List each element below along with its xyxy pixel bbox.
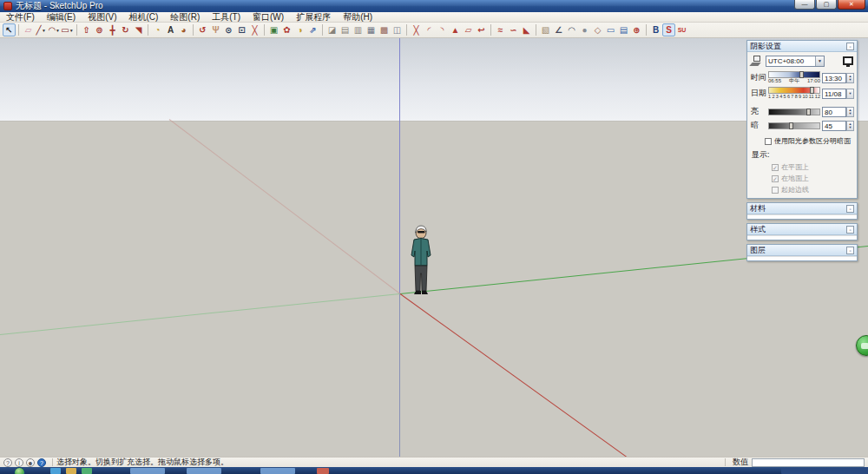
zoom-window-tool-icon[interactable]: ⊡ [235,23,248,36]
expand-icon[interactable]: ▫ [846,226,854,234]
zoom-extents-tool-icon[interactable]: ╳ [248,23,261,36]
date-slider[interactable] [768,87,820,94]
styles-panel-header[interactable]: 样式▫ [747,224,857,235]
status-help-icon[interactable]: ? [37,458,46,467]
checkbox-icon[interactable] [772,187,779,194]
use-sun-checkbox[interactable] [765,138,772,145]
layers-panel-header[interactable]: 图层▫ [747,245,857,256]
maximize-button[interactable]: ▢ [816,0,837,10]
light-slider[interactable] [768,109,820,115]
checkbox-icon[interactable]: ✓ [772,175,779,182]
display-section-planes-icon[interactable]: ▤ [339,23,352,36]
time-value-field[interactable]: 13:30 [822,73,846,83]
two-point-arc-tool-icon[interactable]: ◜ [423,23,436,36]
measurements-input[interactable] [752,458,865,467]
shadow-display-icon[interactable] [843,56,853,65]
plan-view-tool-icon[interactable]: ▭ [604,23,617,36]
light-slider-handle[interactable] [806,109,811,115]
menu-item-2[interactable]: 编辑(E) [41,12,82,23]
bezier-tool-icon[interactable]: ∽ [507,23,520,36]
time-slider[interactable] [768,71,820,78]
sketchup-logo-icon[interactable]: SU [675,23,688,36]
curve-tool-icon[interactable]: ↩ [475,23,488,36]
close-button[interactable]: ✕ [838,0,865,10]
components-window-icon[interactable]: ✿ [280,23,293,36]
toggle-shadows-icon[interactable] [751,55,763,67]
windows-taskbar[interactable] [0,467,868,474]
tape-measure-tool-icon[interactable]: ◔ [151,23,164,36]
menu-item-7[interactable]: 窗口(W) [247,12,290,23]
menu-item-8[interactable]: 扩展程序 [290,12,337,23]
axes-tool-icon[interactable]: ╳ [410,23,423,36]
display-section-cuts-icon[interactable]: ▥ [352,23,365,36]
light-value-field[interactable]: 80 [822,107,846,117]
windows-tool-icon[interactable]: ▤ [617,23,630,36]
freehand-tool-icon[interactable]: ≈ [494,23,507,36]
compass-tool-icon[interactable]: ⊕ [630,23,643,36]
3d-warehouse-icon[interactable]: B [649,23,662,36]
menu-item-3[interactable]: 视图(V) [82,12,122,23]
dimension-tool-icon[interactable]: A [164,23,177,36]
eraser-tool-icon[interactable]: ▱ [22,23,35,36]
materials-panel-header[interactable]: 材料▫ [747,203,857,214]
light-spinner[interactable]: ▲▼ [846,107,854,117]
status-credits-icon[interactable]: i [15,458,23,467]
paint-bucket-tool-icon[interactable]: ◕ [177,23,190,36]
three-point-arc-tool-icon[interactable]: ◝ [436,23,449,36]
status-signin-icon[interactable]: ☻ [26,458,35,467]
taskbar-item[interactable] [50,468,61,474]
select-tool-icon[interactable]: ↖ [3,23,16,36]
pages-tool-icon[interactable]: ◇ [591,23,604,36]
scale-figure-person[interactable] [404,225,437,296]
taskbar-item[interactable] [260,468,295,474]
dark-slider[interactable] [768,122,820,129]
date-slider-handle[interactable] [810,87,814,94]
dark-slider-handle[interactable] [789,122,793,129]
expand-icon[interactable]: ▫ [846,247,854,254]
dark-value-field[interactable]: 45 [822,121,846,131]
minimize-button[interactable]: — [794,0,815,10]
pan-tool-icon[interactable]: Ψ [209,23,222,36]
date-dropdown-icon[interactable]: ▼ [846,89,854,99]
dropdown-arrow-icon[interactable]: ▼ [42,28,47,33]
grid-detail-tool-icon[interactable]: ▩ [378,23,391,36]
rotate-tool-icon[interactable]: ↻ [119,23,132,36]
menu-item-1[interactable]: 文件(F) [0,12,41,23]
section-plane-tool-icon[interactable]: ◪ [326,23,339,36]
model-viewport[interactable] [0,38,868,457]
taskbar-item[interactable] [82,468,92,474]
date-value-field[interactable]: 11/08 [822,89,846,99]
floating-overlay-badge[interactable] [856,335,868,356]
grid-tool-icon[interactable]: ▦ [365,23,378,36]
dropdown-arrow-icon[interactable]: ▼ [69,28,74,33]
sphere-tool-icon[interactable]: ● [578,23,591,36]
extension-warehouse-icon[interactable]: S [662,23,675,36]
zoom-tool-icon[interactable]: ⊙ [222,23,235,36]
share-model-icon[interactable]: ⇗ [306,23,319,36]
arc-tool-icon[interactable]: ◠▼ [48,23,61,36]
time-slider-handle[interactable] [799,71,804,78]
rectangle-tool-icon[interactable]: ▭▼ [61,23,74,36]
orbit-tool-icon[interactable]: ↺ [196,23,209,36]
offset-tool-icon[interactable]: ⊚ [93,23,106,36]
dropdown-arrow-icon[interactable]: ▼ [56,28,60,33]
time-spinner[interactable]: ▲▼ [846,73,854,83]
taskbar-item[interactable] [317,468,329,474]
sandbox-tool-icon[interactable]: ▧ [539,23,552,36]
move-tool-icon[interactable]: ╋ [106,23,119,36]
styles-window-icon[interactable]: ◑ [293,23,306,36]
taskbar-item[interactable] [187,468,221,474]
line-tool-icon[interactable]: ╱▼ [35,23,48,36]
menu-item-5[interactable]: 绘图(R) [164,12,206,23]
dark-spinner[interactable]: ▲▼ [846,121,854,131]
menu-item-4[interactable]: 相机(C) [122,12,164,23]
taskbar-item[interactable] [130,468,165,474]
dome-tool-icon[interactable]: ◠ [565,23,578,36]
chevron-down-icon[interactable]: ▼ [815,56,824,66]
polygon-tool-icon[interactable]: ▲ [449,23,462,36]
push-pull-tool-icon[interactable]: ⇧ [80,23,93,36]
stacked-planes-tool-icon[interactable]: ◫ [391,23,404,36]
menu-item-9[interactable]: 帮助(H) [337,12,378,23]
get-models-icon[interactable]: ▣ [267,23,280,36]
expand-icon[interactable]: ▫ [846,205,854,213]
